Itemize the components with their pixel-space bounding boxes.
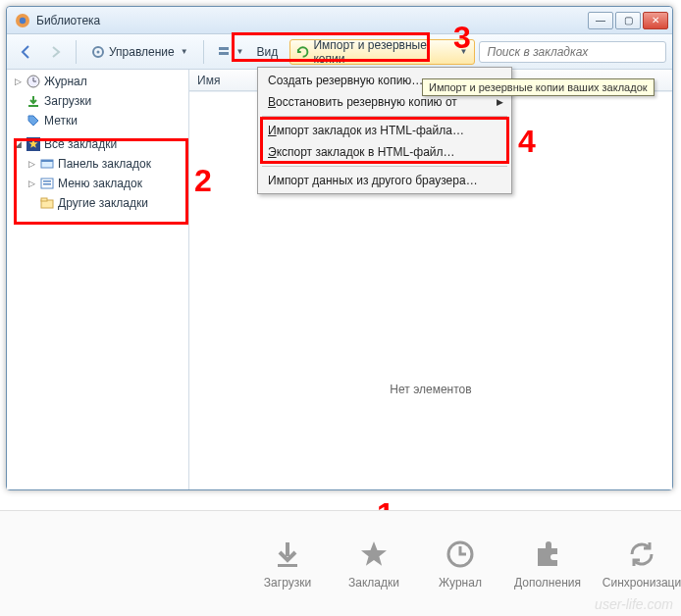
gear-icon <box>91 45 105 59</box>
bottom-addons[interactable]: Дополнения <box>514 539 581 590</box>
organize-label: Управление <box>109 45 175 59</box>
tags-icon <box>26 114 40 128</box>
chevron-down-icon: ▼ <box>460 47 468 56</box>
views-icon <box>217 45 231 59</box>
sidebar-item-all-bookmarks[interactable]: ◢ Все закладки <box>7 134 188 154</box>
watermark: user-life.com <box>595 596 673 612</box>
bottom-item-label: Журнал <box>439 576 482 590</box>
sidebar: ▷ Журнал Загрузки Метки ◢ Все закладки ▷… <box>7 70 189 489</box>
svg-rect-12 <box>43 180 51 182</box>
svg-rect-4 <box>219 47 229 50</box>
menu-import-html[interactable]: Импорт закладок из HTML-файла… <box>260 120 509 141</box>
sidebar-item-bookmarks-menu[interactable]: ▷ Меню закладок <box>7 174 188 193</box>
sidebar-item-label: Панель закладок <box>58 157 151 171</box>
sidebar-item-tags[interactable]: Метки <box>7 111 188 130</box>
minimize-button[interactable]: — <box>588 12 613 29</box>
sidebar-item-other-bookmarks[interactable]: ▷ Другие закладки <box>7 193 188 213</box>
chevron-down-icon: ▼ <box>236 47 244 56</box>
import-backup-button[interactable]: Импорт и резервные копии ▼ <box>289 39 474 65</box>
views-label-partial: Вид <box>256 45 278 59</box>
sidebar-item-downloads[interactable]: Загрузки <box>7 91 188 111</box>
menu-icon <box>40 177 54 190</box>
sidebar-item-history[interactable]: ▷ Журнал <box>7 72 188 91</box>
svg-rect-5 <box>219 52 229 55</box>
svg-rect-15 <box>41 198 47 201</box>
twisty-icon: ▷ <box>26 179 36 188</box>
clock-icon <box>445 539 476 570</box>
sidebar-item-label: Меню закладок <box>58 177 142 190</box>
views-button[interactable]: ▼ <box>212 39 249 65</box>
forward-button[interactable] <box>44 39 68 65</box>
sidebar-item-label: Все закладки <box>44 137 117 151</box>
back-button[interactable] <box>13 39 40 65</box>
bottom-item-label: Загрузки <box>264 576 311 590</box>
arrow-right-icon <box>49 45 63 59</box>
bottom-item-label: Закладки <box>348 576 399 590</box>
sync-icon <box>626 539 657 570</box>
history-icon <box>26 75 40 88</box>
import-backup-tooltip: Импорт и резервные копии ваших закладок <box>422 78 655 96</box>
svg-rect-16 <box>278 564 297 567</box>
menu-import-browser[interactable]: Импорт данных из другого браузера… <box>260 170 509 191</box>
toolbar: Управление ▼ ▼ Вид Импорт и резервные ко… <box>7 34 672 70</box>
bottom-sync[interactable]: Синхронизаци <box>602 539 681 590</box>
sync-icon <box>296 45 309 59</box>
twisty-icon: ▷ <box>26 159 36 169</box>
window-title: Библиотека <box>36 14 100 27</box>
bottom-bar: Загрузки Закладки Журнал Дополнения Синх… <box>0 510 681 616</box>
search-input[interactable] <box>486 44 660 60</box>
sidebar-item-label: Загрузки <box>44 94 91 108</box>
sidebar-item-bookmarks-toolbar[interactable]: ▷ Панель закладок <box>7 154 188 174</box>
import-backup-label: Импорт и резервные копии <box>313 38 453 66</box>
toolbar-icon <box>40 157 54 171</box>
svg-rect-13 <box>43 183 51 185</box>
submenu-arrow-icon: ▶ <box>497 97 503 107</box>
bottom-bookmarks[interactable]: Закладки <box>341 539 406 590</box>
star-icon <box>358 539 390 570</box>
close-button[interactable]: ✕ <box>643 12 668 29</box>
chevron-down-icon: ▼ <box>181 47 188 56</box>
star-icon <box>26 137 40 151</box>
organize-button[interactable]: Управление ▼ <box>84 39 195 65</box>
empty-text: Нет элементов <box>390 383 471 396</box>
sidebar-item-label: Другие закладки <box>58 196 148 210</box>
sidebar-item-label: Метки <box>44 114 78 128</box>
svg-point-3 <box>96 50 99 53</box>
bottom-downloads[interactable]: Загрузки <box>255 539 320 590</box>
twisty-icon: ▷ <box>13 77 23 86</box>
other-icon <box>40 196 54 210</box>
svg-rect-7 <box>28 105 38 107</box>
sidebar-item-label: Журнал <box>44 75 87 88</box>
svg-point-1 <box>20 17 26 23</box>
puzzle-icon <box>532 539 563 570</box>
titlebar: Библиотека — ▢ ✕ <box>7 7 672 34</box>
app-icon <box>15 13 30 28</box>
bottom-item-label: Синхронизаци <box>602 576 681 590</box>
menu-export-html[interactable]: Экспорт закладок в HTML-файл… <box>260 141 509 163</box>
download-icon <box>272 539 303 570</box>
svg-rect-10 <box>41 160 53 162</box>
bottom-history[interactable]: Журнал <box>428 539 493 590</box>
download-icon <box>26 94 40 108</box>
bottom-item-label: Дополнения <box>514 576 581 590</box>
arrow-left-icon <box>18 43 35 61</box>
maximize-button[interactable]: ▢ <box>615 12 641 29</box>
twisty-icon: ◢ <box>13 139 23 149</box>
search-box[interactable] <box>479 41 667 63</box>
